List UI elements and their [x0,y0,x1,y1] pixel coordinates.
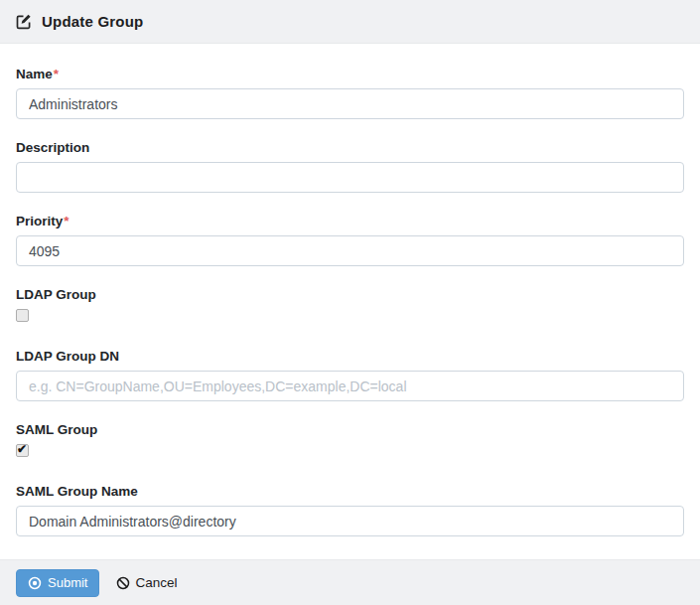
submit-button[interactable]: Submit [16,569,99,597]
page-title: Update Group [42,13,143,30]
ban-icon [116,576,130,590]
required-marker: * [64,214,69,228]
description-field-group: Description [16,140,684,193]
name-input[interactable] [16,88,684,119]
ldap-group-field-group: LDAP Group [16,287,684,322]
ldap-group-dn-label: LDAP Group DN [16,349,684,364]
form: Name* Description Priority* LDAP Group L… [0,44,700,536]
name-label: Name* [16,67,684,81]
saml-group-name-input[interactable] [16,506,684,536]
saml-group-label: SAML Group [16,422,684,437]
priority-field-group: Priority* [16,214,684,266]
name-field-group: Name* [16,67,684,119]
saml-group-checkbox[interactable] [16,444,29,457]
cancel-button-label: Cancel [135,575,177,590]
ldap-group-dn-field-group: LDAP Group DN [16,349,684,401]
ldap-group-label: LDAP Group [16,287,684,302]
ldap-group-dn-input[interactable] [16,371,684,401]
saml-group-name-label: SAML Group Name [16,484,684,499]
form-footer: Submit Cancel [0,559,700,605]
saml-group-field-group: SAML Group [16,422,684,457]
description-input[interactable] [16,162,684,193]
description-label: Description [16,140,684,155]
ldap-group-checkbox[interactable] [16,309,29,322]
edit-icon [16,14,32,30]
required-marker: * [54,67,59,81]
dot-circle-icon [28,576,42,590]
saml-group-name-field-group: SAML Group Name [16,484,684,536]
priority-input[interactable] [16,235,684,266]
cancel-button[interactable]: Cancel [116,575,177,590]
priority-label: Priority* [16,214,684,228]
page-header: Update Group [0,0,700,44]
submit-button-label: Submit [48,575,87,590]
